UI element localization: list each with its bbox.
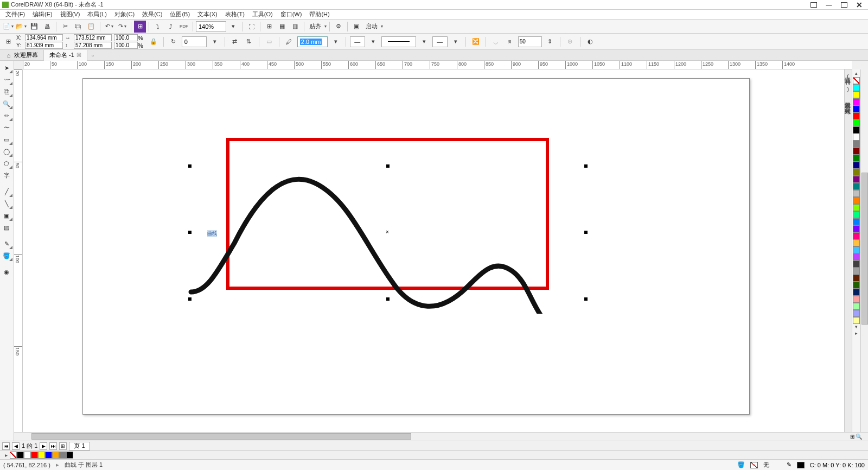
line-style-dropdown[interactable]: ▾	[418, 36, 430, 48]
outline-width-dropdown[interactable]: ▾	[330, 36, 342, 48]
color-swatch[interactable]	[853, 253, 860, 261]
color-swatch[interactable]	[853, 176, 860, 183]
maximize-button[interactable]	[840, 2, 848, 8]
doc-color-swatch[interactable]	[17, 452, 24, 459]
menu-bitmap[interactable]: 位图(B)	[167, 10, 193, 19]
drop-shadow-tool[interactable]: ▣	[0, 209, 13, 221]
color-swatch[interactable]	[853, 310, 860, 317]
doc-color-swatch[interactable]	[52, 452, 59, 459]
color-swatch[interactable]	[853, 134, 860, 141]
undo-button[interactable]: ↶▾	[103, 21, 115, 33]
line-style-selector[interactable]	[381, 36, 416, 47]
doc-color-swatch[interactable]	[66, 452, 73, 459]
zoom-tool[interactable]: 🔍	[0, 98, 13, 110]
mirror-h-icon[interactable]: ⇄	[229, 36, 241, 48]
text-tool[interactable]: 字	[0, 169, 13, 181]
navigator-icon[interactable]: ⊞	[850, 434, 854, 440]
doc-no-color-swatch[interactable]	[10, 452, 17, 459]
selection-handle-tl[interactable]	[188, 164, 192, 168]
page-prev-button[interactable]: ◀	[12, 442, 20, 450]
dimension-tool[interactable]: ╱	[0, 186, 13, 198]
color-swatch[interactable]	[853, 190, 860, 197]
show-rulers-icon[interactable]: ⊞	[263, 21, 275, 33]
crop-tool[interactable]: ⿻	[0, 86, 13, 98]
color-swatch[interactable]	[853, 232, 860, 239]
color-swatch[interactable]	[853, 91, 860, 98]
color-swatch[interactable]	[853, 296, 860, 303]
zoom-nav-icon[interactable]: 🔍	[856, 434, 862, 440]
search-content-icon[interactable]: ⊞	[134, 21, 146, 33]
selection-handle-tc[interactable]	[386, 164, 390, 168]
new-tab-button[interactable]: ▫	[87, 52, 98, 59]
palette-up-icon[interactable]: ▴	[855, 71, 858, 77]
eyedropper-tool[interactable]: ✎	[0, 238, 13, 250]
start-arrow-selector[interactable]: —	[350, 36, 365, 47]
fill-tool[interactable]: 🪣	[0, 250, 13, 262]
copy-button[interactable]: ⿻	[72, 21, 84, 33]
start-arrow-dropdown[interactable]: ▾	[367, 36, 379, 48]
color-swatch[interactable]	[853, 126, 860, 134]
docker-hints[interactable]: 属性(N)	[845, 72, 852, 93]
selection-handle-bl[interactable]	[188, 297, 192, 301]
vertical-scrollbar[interactable]	[860, 69, 868, 432]
color-swatch[interactable]	[853, 218, 860, 225]
menu-layout[interactable]: 布局(L)	[84, 10, 110, 19]
menu-table[interactable]: 表格(T)	[222, 10, 248, 19]
doc-color-swatch[interactable]	[38, 452, 45, 459]
paste-button[interactable]: 📋	[85, 21, 97, 33]
end-arrow-dropdown[interactable]: ▾	[450, 36, 462, 48]
zoom-level-input[interactable]	[196, 21, 226, 32]
color-swatch[interactable]	[853, 155, 860, 162]
horizontal-scrollbar[interactable]	[23, 433, 844, 441]
minimize-button[interactable]: —	[825, 2, 833, 8]
fullscreen-icon[interactable]: ⛶	[245, 21, 257, 33]
show-guides-icon[interactable]: ▥	[289, 21, 301, 33]
color-swatch[interactable]	[853, 112, 860, 119]
export-button[interactable]: ⤴	[165, 21, 177, 33]
color-swatch[interactable]	[853, 268, 860, 275]
color-swatch[interactable]	[853, 105, 860, 112]
palette-down-icon[interactable]: ▾	[855, 324, 858, 331]
pdf-button[interactable]: PDF	[178, 21, 190, 33]
color-swatch[interactable]	[853, 303, 860, 310]
color-swatch[interactable]	[853, 84, 860, 91]
close-button[interactable]: ✕	[855, 2, 864, 8]
selection-handle-mr[interactable]	[584, 231, 588, 234]
selected-curve-object[interactable]	[186, 162, 598, 314]
object-x-input[interactable]	[25, 34, 63, 41]
color-swatch[interactable]	[853, 169, 860, 176]
color-swatch[interactable]	[853, 282, 860, 289]
object-y-input[interactable]	[25, 42, 63, 49]
scale-x-input[interactable]	[114, 34, 138, 41]
outline-swatch[interactable]	[797, 462, 805, 468]
tab-document-active[interactable]: 未命名 -1 ☒	[44, 50, 87, 61]
smart-fill-tool[interactable]: ◉	[0, 266, 13, 278]
save-button[interactable]: 💾	[28, 21, 40, 33]
docker-object-styles[interactable]: 对象样式	[845, 102, 852, 104]
object-properties-icon[interactable]: ◐	[584, 36, 596, 48]
color-swatch[interactable]	[853, 246, 860, 253]
close-curve-icon[interactable]: ◡	[490, 36, 502, 48]
page-last-button[interactable]: ⏭	[49, 442, 57, 450]
new-button[interactable]: 📄▾	[2, 21, 14, 33]
color-swatch[interactable]	[853, 239, 860, 246]
child-restore-icon[interactable]	[809, 2, 818, 8]
color-swatch[interactable]	[853, 162, 860, 169]
duplicate-count-input[interactable]	[518, 36, 542, 47]
outline-width-input[interactable]: 2.0 mm	[297, 36, 328, 47]
print-button[interactable]: 🖶	[41, 21, 53, 33]
doc-color-swatch[interactable]	[24, 452, 31, 459]
selection-handle-br[interactable]	[584, 297, 588, 301]
color-swatch[interactable]	[853, 289, 860, 296]
pick-tool[interactable]: ➤	[0, 62, 13, 74]
doc-color-swatch[interactable]	[59, 452, 66, 459]
menu-window[interactable]: 窗口(W)	[277, 10, 305, 19]
doc-palette-expand-icon[interactable]: ▸	[2, 452, 10, 458]
color-swatch[interactable]	[853, 148, 860, 155]
palette-expand-icon[interactable]: ▸	[855, 331, 858, 337]
color-swatch[interactable]	[853, 211, 860, 218]
color-swatch[interactable]	[853, 317, 860, 324]
tab-welcome[interactable]: ⌂ 欢迎屏幕	[0, 50, 44, 61]
doc-color-swatch[interactable]	[45, 452, 52, 459]
open-button[interactable]: 📂▾	[15, 21, 27, 33]
